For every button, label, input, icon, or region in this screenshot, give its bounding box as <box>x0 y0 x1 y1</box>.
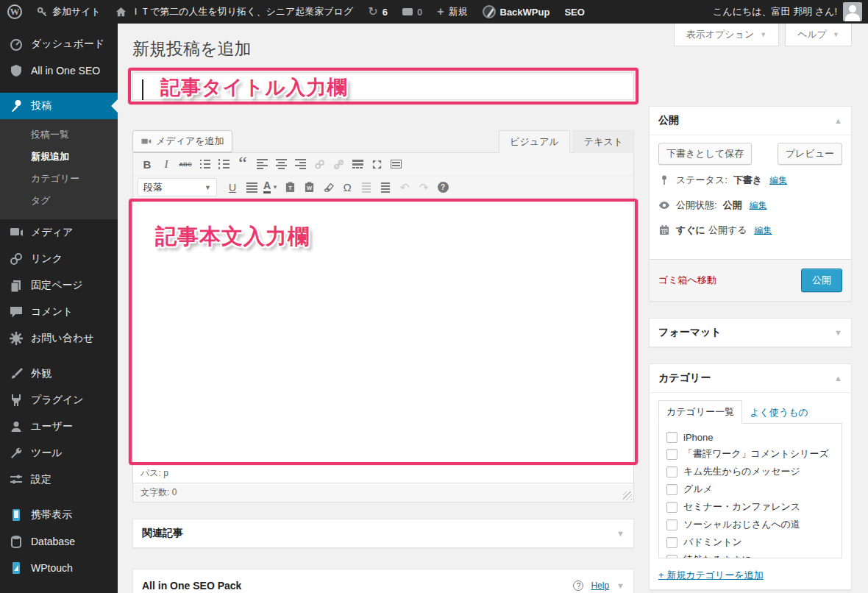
sidebar-item-wptouch[interactable]: WPtouch <box>0 555 118 581</box>
format-header[interactable]: フォーマット ▼ <box>650 319 851 347</box>
screen-options-tab[interactable]: 表示オプション ▼ <box>674 24 779 46</box>
checkbox[interactable] <box>666 449 677 460</box>
my-sites-menu[interactable]: 参加サイト <box>29 0 108 24</box>
post-body-editarea[interactable]: 記事本文入力欄 <box>133 199 633 464</box>
sidebar-item-aioseo[interactable]: All in One SEO <box>0 57 118 84</box>
tab-visual[interactable]: ビジュアル <box>499 130 570 153</box>
sidebar-item-media[interactable]: メディア <box>0 219 118 246</box>
justify-button[interactable] <box>242 179 261 196</box>
submenu-all-posts[interactable]: 投稿一覧 <box>0 124 118 146</box>
chevron-down-icon[interactable]: ▼ <box>616 581 625 590</box>
seo-menu[interactable]: SEO <box>557 0 591 24</box>
checkbox[interactable] <box>666 432 677 443</box>
sidebar-item-plugins[interactable]: プラグイン <box>0 387 118 413</box>
align-center-button[interactable] <box>271 155 291 173</box>
resize-grip[interactable] <box>623 491 632 500</box>
paragraph-select[interactable]: 段落 ▼ <box>138 178 217 196</box>
italic-button[interactable]: I <box>157 155 176 173</box>
category-item[interactable]: キム先生からのメッセージ <box>666 463 842 480</box>
aioseo-pack-header[interactable]: All in One SEO Pack ? Help ▼ <box>133 569 633 593</box>
category-item[interactable]: 徒然なるままに <box>666 551 842 558</box>
underline-button[interactable]: U <box>223 179 242 196</box>
insert-link-button[interactable] <box>310 155 329 173</box>
sidebar-item-tools[interactable]: ツール <box>0 440 118 466</box>
edit-visibility-link[interactable]: 編集 <box>750 199 767 212</box>
redo-button[interactable]: ↷ <box>414 179 433 196</box>
category-item[interactable]: ソーシャルおじさんへの道 <box>666 516 842 533</box>
checkbox[interactable] <box>666 537 677 548</box>
wp-logo-menu[interactable]: W <box>0 0 29 24</box>
chevron-up-icon[interactable]: ▲ <box>834 374 842 383</box>
align-left-button[interactable] <box>252 155 271 173</box>
category-item[interactable]: iPhone <box>666 430 842 445</box>
fullscreen-button[interactable] <box>367 155 386 173</box>
publish-header[interactable]: 公開 ▲ <box>650 107 851 135</box>
collapse-menu-button[interactable]: メニューを閉じる <box>0 590 118 593</box>
sidebar-item-links[interactable]: リンク <box>0 246 118 272</box>
tab-text[interactable]: テキスト <box>573 130 634 153</box>
paste-as-text-button[interactable]: T <box>280 179 299 196</box>
comments-menu[interactable]: 0 <box>395 0 430 24</box>
tab-most-used[interactable]: よく使うもの <box>742 402 816 424</box>
avatar[interactable] <box>843 2 862 21</box>
submenu-add-new[interactable]: 新規追加 <box>0 146 118 168</box>
remove-link-button[interactable] <box>329 155 348 173</box>
sidebar-item-users[interactable]: ユーザー <box>0 413 118 440</box>
categories-header[interactable]: カテゴリー ▲ <box>650 364 851 392</box>
bold-button[interactable]: B <box>138 155 157 173</box>
chevron-down-icon[interactable]: ▼ <box>834 328 842 337</box>
add-media-button[interactable]: メディアを追加 <box>132 130 232 152</box>
sidebar-item-posts[interactable]: 投稿 <box>0 93 118 119</box>
checkbox[interactable] <box>666 466 677 477</box>
paste-from-word-button[interactable]: W <box>299 179 319 196</box>
new-content-menu[interactable]: + 新規 <box>430 0 474 24</box>
related-posts-header[interactable]: 関連記事 ▼ <box>133 519 633 547</box>
sidebar-item-dashboard[interactable]: ダッシュボード <box>0 31 118 57</box>
kitchen-sink-button[interactable] <box>386 155 405 173</box>
outdent-button[interactable] <box>357 179 376 196</box>
text-color-button[interactable]: A▼ <box>261 179 280 196</box>
more-tag-button[interactable] <box>348 155 367 173</box>
chevron-down-icon[interactable]: ▼ <box>616 529 625 538</box>
sidebar-item-pages[interactable]: 固定ページ <box>0 272 118 299</box>
user-greeting[interactable]: こんにちは、富田 邦明 さん! <box>713 5 837 18</box>
checkbox[interactable] <box>666 484 677 495</box>
updates-menu[interactable]: ↻ 6 <box>360 0 395 24</box>
editor-help-button[interactable]: ? <box>433 179 452 196</box>
sidebar-item-mobile-view[interactable]: 携帯表示 <box>0 502 118 528</box>
add-new-category-link[interactable]: + 新規カテゴリーを追加 <box>658 569 764 582</box>
remove-format-button[interactable] <box>319 179 338 196</box>
publish-button[interactable]: 公開 <box>801 269 842 292</box>
tab-all-categories[interactable]: カテゴリー一覧 <box>658 400 742 424</box>
special-char-button[interactable]: Ω <box>338 179 357 196</box>
category-item[interactable]: グルメ <box>666 480 842 498</box>
checkbox[interactable] <box>666 519 677 530</box>
indent-button[interactable] <box>376 179 395 196</box>
preview-button[interactable]: プレビュー <box>778 143 842 165</box>
undo-button[interactable]: ↶ <box>395 179 414 196</box>
edit-status-link[interactable]: 編集 <box>769 174 787 187</box>
move-to-trash-link[interactable]: ゴミ箱へ移動 <box>658 274 716 287</box>
align-right-button[interactable] <box>291 155 310 173</box>
aioseo-help-link[interactable]: Help <box>591 580 609 591</box>
category-item[interactable]: 「書評ワーク」コメントシリーズ <box>666 445 842 463</box>
category-item[interactable]: セミナー・カンファレンス <box>666 498 842 516</box>
sidebar-item-settings[interactable]: 設定 <box>0 466 118 493</box>
checkbox[interactable] <box>666 502 677 513</box>
edit-schedule-link[interactable]: 編集 <box>755 224 772 237</box>
sidebar-item-appearance[interactable]: 外観 <box>0 361 118 387</box>
sidebar-item-comments[interactable]: コメント <box>0 299 118 325</box>
save-draft-button[interactable]: 下書きとして保存 <box>658 143 752 165</box>
sidebar-item-contact[interactable]: お問い合わせ <box>0 325 118 352</box>
numbered-list-button[interactable] <box>214 155 233 173</box>
checkbox[interactable] <box>666 555 677 559</box>
bullet-list-button[interactable] <box>195 155 214 173</box>
sidebar-item-database[interactable]: Database <box>0 528 118 555</box>
category-item[interactable]: バドミントン <box>666 533 842 551</box>
strikethrough-button[interactable]: ABC <box>176 155 195 173</box>
blockquote-button[interactable]: “ <box>233 155 252 173</box>
submenu-tags[interactable]: タグ <box>0 190 118 212</box>
site-name-menu[interactable]: ＩＴで第二の人生を切り拓く、シニア起業家ブログ <box>108 0 360 24</box>
help-tab[interactable]: ヘルプ ▼ <box>785 24 852 46</box>
submenu-categories[interactable]: カテゴリー <box>0 168 118 190</box>
